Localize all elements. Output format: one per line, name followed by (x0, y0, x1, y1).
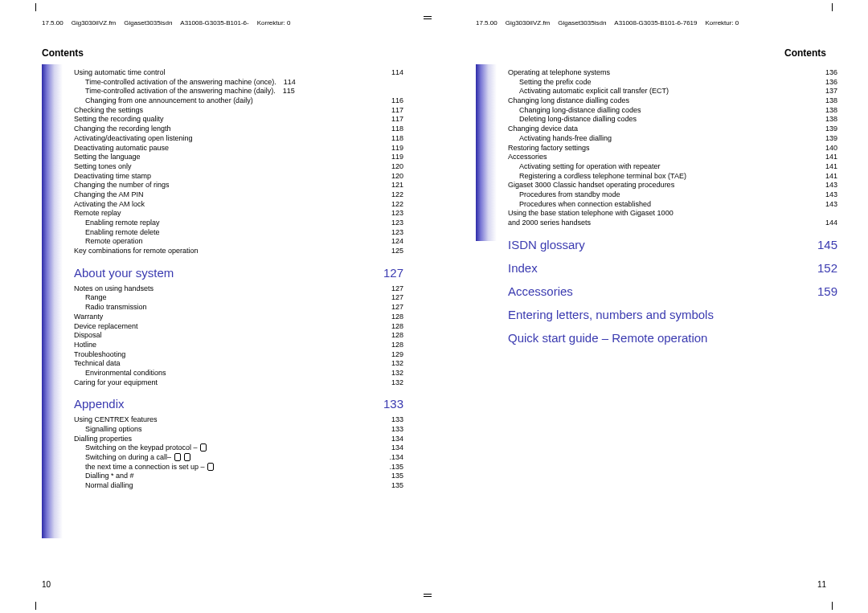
toc-section: ISDN glossary145 (508, 238, 837, 251)
key-icon (174, 453, 181, 461)
toc-entry-page: 143 (818, 181, 837, 190)
toc-entry-label: Gigaset 3000 Classic handset operating p… (508, 181, 674, 190)
toc-entry-page: 118 (384, 134, 403, 144)
toc-entry-label: Enabling remote delete (74, 228, 160, 238)
toc-entry: and 2000 series handsets144 (508, 219, 837, 228)
toc-entry-label: Warranty (74, 313, 103, 322)
toc-section-label: Quick start guide – Remote operation (508, 331, 707, 345)
toc-entry: Time-controlled activation of the answer… (74, 78, 403, 88)
toc-entry-label: Setting the prefix code (508, 78, 592, 88)
toc-entry-label: Deactivating time stamp (74, 172, 151, 182)
toc-entry: Caring for your equipment132 (74, 378, 403, 388)
toc-entry-label: Procedures from standby mode (508, 190, 620, 200)
toc-entry-label: Troubleshooting (74, 350, 125, 360)
toc-entry-page: 143 (818, 200, 837, 210)
toc-entry: the next time a connection is set up – .… (74, 463, 403, 472)
toc-entry-label: Restoring factory settings (508, 144, 590, 153)
toc-entry: Signalling options133 (74, 425, 403, 435)
toc-entry-page: 128 (384, 322, 403, 332)
toc-entry-label: Activating hands-free dialling (508, 134, 612, 144)
toc-entry: Using automatic time control114 (74, 68, 403, 78)
toc-entry: Deactivating time stamp120 (74, 172, 403, 182)
toc-entry: Deactivating automatic pause119 (74, 144, 403, 153)
toc-entry-label: Setting the recording quality (74, 115, 164, 125)
toc-entry: Radio transmission127 (74, 303, 403, 313)
header-field: Korrektur: 0 (706, 19, 739, 27)
toc-entry-page: 141 (818, 162, 837, 172)
toc-entry-label: Deactivating automatic pause (74, 144, 169, 153)
header-left: 17.5.00Gig3030iIVZ.fmGigaset3035isdnA310… (42, 19, 392, 27)
toc-entry-label: Using the base station telephone with Gi… (508, 209, 674, 219)
toc-entry-label: Setting tones only (74, 162, 132, 172)
header-field: Gig3030iIVZ.fm (506, 19, 551, 27)
toc-entry-label: Registering a cordless telephone termina… (508, 172, 686, 182)
toc-section-label: Index (508, 261, 538, 275)
toc-entry-page: 128 (384, 313, 403, 322)
toc-entry: Activating hands-free dialling139 (508, 134, 837, 144)
toc-entry-label: Enabling remote replay (74, 219, 160, 228)
toc-entry-page: .134 (384, 453, 403, 463)
toc-entry-page: 132 (384, 378, 403, 388)
toc-entry-page: 134 (384, 435, 403, 444)
toc-entry: Device replacement128 (74, 322, 403, 332)
toc-entry-label: Changing long distance dialling codes (508, 96, 629, 106)
toc-entry-page: 141 (818, 153, 837, 162)
toc-entry-page: 139 (818, 134, 837, 144)
toc-entry-label: Range (74, 293, 107, 303)
toc-entry-page: 122 (384, 190, 403, 200)
toc-entry: Warranty128 (74, 313, 403, 322)
toc-entry-page: 140 (818, 144, 837, 153)
toc-entry-label: Time-controlled activation of the answer… (74, 87, 273, 96)
toc-entry: Dialling properties134 (74, 435, 403, 444)
toc-entry-page: 135 (384, 472, 403, 481)
toc-entry-label: Using CENTREX features (74, 415, 158, 425)
toc-entry-label: Dialling * and # (74, 472, 134, 481)
toc-entry-label: Remote operation (74, 237, 143, 247)
toc-entry-page: 114 (276, 78, 296, 88)
toc-section: Entering letters, numbers and symbols (508, 308, 837, 321)
toc-section: Appendix133 (74, 397, 403, 411)
toc-section: Quick start guide – Remote operation (508, 331, 837, 345)
toc-entry: Procedures when connection established14… (508, 200, 837, 210)
toc-entry-label: Using automatic time control (74, 68, 166, 78)
toc-entry: Changing long distance dialling codes138 (508, 96, 837, 106)
gradient-bar-left (42, 64, 63, 538)
toc-entry-page: 117 (384, 106, 403, 116)
toc-section-label: Accessories (508, 284, 573, 298)
toc-entry: Changing device data139 (508, 125, 837, 134)
toc-entry: Enabling remote delete123 (74, 228, 403, 238)
toc-entry-page: 123 (384, 209, 403, 219)
toc-entry-page: 118 (384, 125, 403, 134)
toc-entry-label: Changing device data (508, 125, 578, 134)
toc-entry-label: and 2000 series handsets (508, 219, 591, 228)
toc-entry: Remote operation124 (74, 237, 403, 247)
toc-entry-label: Activating automatic explicit call trans… (508, 87, 669, 96)
toc-entry-page: 116 (384, 96, 403, 106)
toc-entry-page: 120 (384, 162, 403, 172)
toc-entry: Using the base station telephone with Gi… (508, 209, 837, 219)
toc-entry-label: Changing long-distance dialling codes (508, 106, 641, 116)
toc-entry-label: Changing from one announcement to anothe… (74, 96, 253, 106)
toc-entry: Switching on during a call– .134 (74, 453, 403, 463)
toc-entry-page: 143 (818, 190, 837, 200)
toc-section-page: 145 (813, 238, 837, 251)
toc-entry: Procedures from standby mode143 (508, 190, 837, 200)
toc-section-page: 152 (813, 261, 837, 275)
toc-entry-label: Key combinations for remote operation (74, 247, 199, 256)
toc-entry-page: 124 (384, 237, 403, 247)
toc-entry-page: 121 (384, 181, 403, 190)
toc-entry-label: Hotline (74, 341, 96, 350)
toc-entry: Operating at telephone systems136 (508, 68, 837, 78)
toc-entry-page: 122 (384, 200, 403, 210)
toc-entry-page: 133 (384, 425, 403, 435)
toc-entry: Activating automatic explicit call trans… (508, 87, 837, 96)
toc-entry-page: 119 (384, 153, 403, 162)
toc-section-label: ISDN glossary (508, 238, 585, 251)
header-field: 17.5.00 (42, 19, 63, 27)
toc-entry-label: Device replacement (74, 322, 138, 332)
page-number-right: 11 (817, 580, 826, 589)
toc-entry-label: Normal dialling (74, 481, 133, 491)
toc-entry-label: Changing the AM PIN (74, 190, 144, 200)
toc-entry-label: Notes on using handsets (74, 284, 154, 294)
key-icon (207, 463, 214, 471)
